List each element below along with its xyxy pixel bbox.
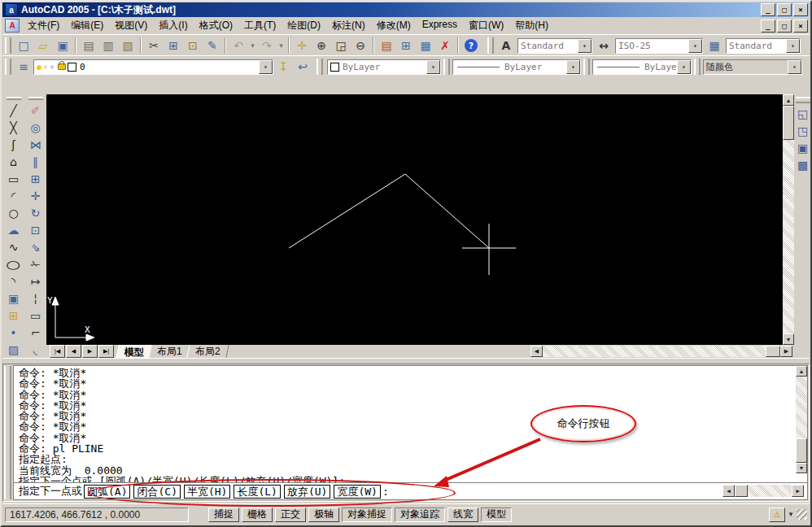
extend-button[interactable]: ↦ [26,272,45,290]
command-window-grip[interactable] [4,366,11,499]
command-option-arc-button[interactable]: 圆弧(A) [84,485,130,499]
drawing-canvas[interactable]: Y X [46,94,783,345]
minimize-button[interactable]: _ [761,3,775,16]
command-option-halfwidth-button[interactable]: 半宽(H) [184,485,230,499]
communication-center-icon[interactable]: ⚠ [769,507,785,522]
circle-button[interactable]: ○ [4,204,23,221]
layer-dropdown-icon[interactable]: ▾ [259,60,273,74]
table-style-button[interactable]: ▦ [705,37,724,54]
ellipse-arc-button[interactable]: ◝ [4,272,23,290]
plotstyle-control-combo[interactable]: 随颜色▾ [703,59,802,75]
linetype-control-dropdown-icon[interactable]: ▾ [566,60,580,74]
rectangle-button[interactable]: ▭ [4,170,23,187]
scroll-down-icon[interactable]: ▼ [796,463,807,473]
lineweight-control-combo[interactable]: ByLayer▾ [592,59,692,75]
undo-dropdown[interactable]: ▾ [248,37,257,54]
dim-style-dropdown-icon[interactable]: ▾ [688,39,702,53]
command-scroll-thumb[interactable] [796,438,807,463]
copy-object-button[interactable]: ◎ [26,119,45,136]
layer-previous-button[interactable]: ↩ [293,58,312,76]
mdi-close-button[interactable]: × [793,20,808,33]
toolbar-grip[interactable] [583,59,590,75]
color-control-dropdown-icon[interactable]: ▾ [426,60,440,74]
hatch-button[interactable]: ▨ [4,341,23,358]
menu-draw[interactable]: 绘图(D) [282,17,326,34]
draworder-bring-to-front-button[interactable]: ◱ [796,105,810,122]
maximize-button[interactable]: □ [777,3,792,16]
zoom-window-button[interactable]: ◲ [331,37,351,54]
toolbar-grip[interactable] [7,97,21,100]
title-bar[interactable]: a AutoCAD 2005 - [C:\木子测试.dwt] _□× [2,2,810,17]
chamfer-button[interactable]: ⌐ [26,324,45,341]
text-style-dropdown-icon[interactable]: ▾ [578,39,592,53]
scale-button[interactable]: ⊡ [26,221,45,238]
toggle-grid[interactable]: 栅格 [242,507,273,522]
copy-clip-button[interactable]: ⊞ [164,37,183,54]
properties-button[interactable]: ▤ [377,37,396,54]
command-history[interactable]: 命令: *取消*命令: *取消*命令: *取消*命令: *取消*命令: *取消*… [14,366,807,482]
toggle-snap[interactable]: 捕捉 [208,507,239,522]
command-vertical-scrollbar[interactable]: ▲ ▼ [796,366,807,485]
pan-button[interactable]: ✛ [292,37,312,54]
break-button[interactable]: ▭ [26,307,45,324]
mdi-minimize-button[interactable]: _ [761,20,775,33]
scroll-left-icon[interactable]: ◀ [723,485,735,497]
toggle-otrack[interactable]: 对象追踪 [395,507,445,522]
layers-properties-button[interactable]: ≡ [14,58,33,76]
polygon-button[interactable]: ⌂ [4,153,23,170]
layout-tab-layout1[interactable]: 布局1 [148,345,190,358]
table-style-combo[interactable]: Standard▾ [726,38,801,54]
toggle-osnap[interactable]: 对象捕捉 [342,507,392,522]
toolbar-grip[interactable] [5,59,11,75]
first-tab-button[interactable]: |◀ [50,345,65,358]
command-horizontal-scrollbar[interactable]: ◀ ▶ [723,485,804,497]
scroll-up-icon[interactable]: ▲ [783,94,794,106]
prev-tab-button[interactable]: ◀ [66,345,81,358]
help-button[interactable]: ? [461,37,481,54]
toolbar-grip[interactable] [5,37,11,54]
lineweight-control-dropdown-icon[interactable]: ▾ [677,60,691,74]
layout-tab-model[interactable]: 模型 [116,345,153,359]
dim-style-combo[interactable]: ISO-25▾ [615,38,703,54]
last-tab-button[interactable]: ▶| [98,345,114,358]
erase-button[interactable]: ✐ [26,102,45,119]
draworder-send-under-button[interactable]: ▩ [796,156,810,173]
make-object-layer-current-button[interactable]: ↧ [273,58,293,76]
vertical-scroll-track[interactable] [783,140,794,333]
menu-format[interactable]: 格式(O) [194,17,238,34]
canvas-horizontal-scrollbar[interactable]: ◀ ▶ [530,346,792,357]
command-option-length-button[interactable]: 长度(L) [234,485,280,499]
coordinates-display[interactable]: 1617.4206, 466.7612 , 0.0000 [5,507,189,522]
toolbar-grip[interactable] [317,59,323,75]
zoom-previous-button[interactable]: ⊖ [351,37,370,54]
command-option-width-button[interactable]: 宽度(W) [334,485,380,499]
ellipse-button[interactable]: ○ [4,255,23,272]
construction-line-button[interactable]: ╳ [4,119,23,136]
layout-tab-layout2[interactable]: 布局2 [186,345,229,358]
menu-help[interactable]: 帮助(H) [509,17,554,34]
draworder-send-to-back-button[interactable]: ◳ [796,122,810,139]
zoom-realtime-button[interactable]: ⊕ [312,37,331,54]
point-button[interactable]: • [4,324,23,341]
menu-dimension[interactable]: 标注(N) [326,17,371,34]
menu-window[interactable]: 窗口(W) [463,17,509,34]
scroll-right-icon[interactable]: ▶ [780,346,792,357]
spline-button[interactable]: ∿ [4,238,23,255]
menu-insert[interactable]: 插入(I) [153,17,193,34]
plot-button[interactable]: ▤ [79,37,98,54]
toolbar-grip[interactable] [28,97,43,100]
toggle-ortho[interactable]: 正交 [275,507,306,522]
toggle-lineweight[interactable]: 线宽 [447,507,478,522]
new-button[interactable]: □ [14,37,33,54]
menu-edit[interactable]: 编辑(E) [65,17,109,34]
offset-button[interactable]: ∥ [26,153,45,170]
toolbar-grip[interactable] [796,97,810,103]
command-option-close-button[interactable]: 闭合(C) [133,485,180,499]
command-scroll-track[interactable] [796,377,807,438]
scroll-left-icon[interactable]: ◀ [530,346,543,357]
scroll-down-icon[interactable]: ▼ [783,333,794,345]
scroll-up-icon[interactable]: ▲ [796,366,807,377]
stretch-button[interactable]: ⇘ [26,238,45,255]
save-button[interactable]: ▣ [53,37,72,54]
rotate-button[interactable]: ↻ [26,204,45,221]
